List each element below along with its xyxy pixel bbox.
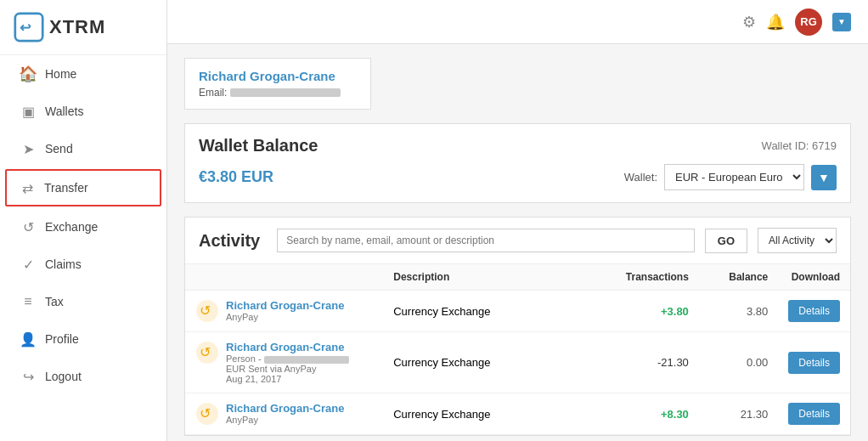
row3-details-button[interactable]: Details: [788, 403, 840, 425]
activity-title: Activity: [199, 231, 260, 251]
logo-area: ↩ XTRM: [0, 0, 166, 55]
row2-sub-blurred: [264, 356, 349, 364]
transaction-icon: ↺: [195, 299, 219, 323]
row3-info: Richard Grogan-Crane AnyPay: [226, 402, 344, 425]
sidebar-item-exchange[interactable]: ↺ Exchange: [0, 208, 166, 246]
row3-details-cell: Details: [778, 393, 850, 435]
row2-desc: Currency Exchange: [383, 332, 612, 393]
user-name: Richard Grogan-Crane: [199, 69, 357, 83]
row2-sub: Person -: [226, 353, 349, 364]
row2-transaction: -21.30: [612, 332, 699, 393]
search-input[interactable]: [277, 229, 695, 252]
content-area: Richard Grogan-Crane Email: Wallet Balan…: [167, 44, 868, 441]
col-description-header: Description: [383, 264, 612, 291]
sidebar-item-label: Claims: [45, 257, 82, 271]
wallet-title: Wallet Balance: [199, 136, 318, 155]
row3-sub: AnyPay: [226, 415, 344, 425]
row2-sub2: EUR Sent via AnyPay: [226, 364, 349, 374]
activity-filter[interactable]: All Activity: [758, 228, 837, 253]
row1-details-button[interactable]: Details: [788, 300, 840, 322]
table-row: ↺ Richard Grogan-Crane AnyPay Currency E…: [185, 393, 850, 435]
logo-icon: ↩: [14, 12, 44, 42]
wallet-selector: Wallet: EUR - European Euro ▼: [624, 164, 837, 190]
row2-sub3: Aug 21, 2017: [226, 374, 349, 384]
activity-section: Activity GO All Activity Description Tra…: [184, 217, 851, 436]
go-button[interactable]: GO: [705, 229, 747, 253]
row2-name: Richard Grogan-Crane: [226, 341, 349, 353]
wallet-refresh-button[interactable]: ▼: [811, 165, 837, 190]
sidebar: ↩ XTRM 🏠 Home ▣ Wallets ➤ Send ⇄ Transfe…: [0, 0, 167, 441]
exchange-icon: ↺: [195, 299, 219, 323]
topbar: ⚙ 🔔 RG ▼: [167, 0, 868, 44]
bell-icon[interactable]: 🔔: [766, 13, 785, 31]
row1-info: Richard Grogan-Crane AnyPay: [226, 299, 344, 322]
transaction-row: ↺ Richard Grogan-Crane AnyPay: [195, 299, 373, 323]
home-icon: 🏠: [20, 65, 37, 82]
svg-text:↺: ↺: [200, 345, 211, 359]
col-name-header: [185, 264, 383, 291]
transaction-row: ↺ Richard Grogan-Crane Person -: [195, 341, 373, 384]
row3-balance: 21.30: [699, 393, 778, 435]
sidebar-item-tax[interactable]: ≡ Tax: [0, 283, 166, 320]
sidebar-item-profile[interactable]: 👤 Profile: [0, 320, 166, 358]
logo-text: XTRM: [49, 16, 105, 38]
svg-text:↺: ↺: [200, 303, 211, 318]
row2-details-cell: Details: [778, 332, 850, 393]
sidebar-item-transfer[interactable]: ⇄ Transfer: [5, 169, 161, 206]
balance-amount: €3.80 EUR: [199, 168, 273, 186]
col-transactions-header: Transactions: [612, 264, 699, 291]
table-header-row: Description Transactions Balance Downloa…: [185, 264, 850, 291]
send-icon: ➤: [20, 140, 37, 157]
user-card: Richard Grogan-Crane Email:: [184, 58, 371, 110]
wallet-balance-row: €3.80 EUR Wallet: EUR - European Euro ▼: [199, 164, 837, 190]
row3-desc: Currency Exchange: [383, 393, 612, 435]
exchange-icon: ↺: [20, 218, 37, 235]
avatar[interactable]: RG: [795, 8, 822, 36]
gear-icon[interactable]: ⚙: [742, 13, 756, 31]
main-content: ⚙ 🔔 RG ▼ Richard Grogan-Crane Email: Wal…: [167, 0, 868, 441]
wallet-section: Wallet Balance Wallet ID: 6719 €3.80 EUR…: [184, 123, 851, 203]
topbar-icons: ⚙ 🔔 RG ▼: [742, 8, 851, 36]
email-label: Email:: [199, 87, 227, 99]
user-email-row: Email:: [199, 87, 357, 99]
main-nav: 🏠 Home ▣ Wallets ➤ Send ⇄ Transfer ↺ Exc…: [0, 55, 166, 395]
wallet-id: Wallet ID: 6719: [762, 139, 837, 152]
sidebar-item-send[interactable]: ➤ Send: [0, 130, 166, 167]
row2-balance: 0.00: [699, 332, 778, 393]
row2-details-button[interactable]: Details: [788, 352, 840, 374]
activity-header: Activity GO All Activity: [185, 218, 850, 264]
exchange-icon: ↺: [195, 341, 219, 365]
sidebar-item-home[interactable]: 🏠 Home: [0, 55, 166, 93]
col-balance-header: Balance: [699, 264, 778, 291]
claims-icon: ✓: [20, 256, 37, 273]
col-download-header: Download: [778, 264, 850, 291]
transaction-row: ↺ Richard Grogan-Crane AnyPay: [195, 402, 373, 426]
row1-name: Richard Grogan-Crane: [226, 299, 344, 312]
user-dropdown-button[interactable]: ▼: [832, 13, 851, 31]
table-row: ↺ Richard Grogan-Crane Person -: [185, 332, 850, 393]
row3-transaction: +8.30: [612, 393, 699, 435]
row1-desc: Currency Exchange: [383, 291, 612, 332]
sidebar-item-label: Home: [45, 67, 76, 81]
sidebar-item-logout[interactable]: ↪ Logout: [0, 358, 166, 395]
svg-text:↺: ↺: [200, 406, 211, 421]
sidebar-item-label: Send: [45, 142, 73, 155]
sidebar-item-label: Wallets: [45, 105, 83, 118]
row2-info: Richard Grogan-Crane Person - EUR Sent v…: [226, 341, 349, 384]
tax-icon: ≡: [20, 293, 37, 310]
wallet-select[interactable]: EUR - European Euro: [664, 164, 804, 190]
sidebar-item-label: Logout: [45, 370, 82, 383]
sidebar-item-claims[interactable]: ✓ Claims: [0, 246, 166, 283]
row1-details-cell: Details: [778, 291, 850, 332]
profile-icon: 👤: [20, 331, 37, 348]
wallet-header: Wallet Balance Wallet ID: 6719: [199, 136, 837, 155]
wallet-label: Wallet:: [624, 171, 657, 184]
row2-name-cell: ↺ Richard Grogan-Crane Person -: [185, 332, 383, 393]
row1-sub: AnyPay: [226, 312, 344, 322]
sidebar-item-label: Transfer: [44, 181, 88, 195]
transaction-icon: ↺: [195, 402, 219, 426]
row1-balance: 3.80: [699, 291, 778, 332]
row1-transaction: +3.80: [612, 291, 699, 332]
sidebar-item-wallets[interactable]: ▣ Wallets: [0, 93, 166, 130]
sidebar-item-label: Profile: [45, 332, 79, 346]
